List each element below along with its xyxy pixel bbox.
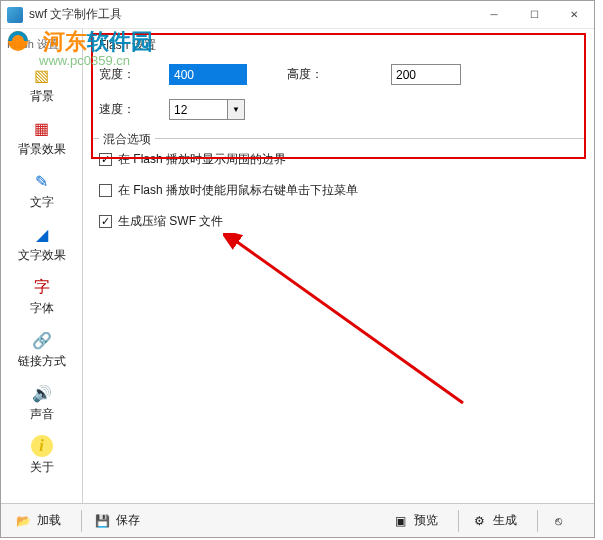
exit-button[interactable]: ⎋	[542, 509, 580, 533]
preview-icon: ▣	[392, 513, 408, 529]
content-panel: Flash 设置 宽度： 高度： 速度： ▼ 混合选项 在 Flash 播放时显…	[83, 29, 594, 503]
flash-settings-title: Flash 设置	[99, 37, 584, 54]
generate-icon: ⚙	[471, 513, 487, 529]
text-effect-icon: ◢	[31, 223, 53, 245]
font-icon: 字	[31, 276, 53, 298]
speed-input[interactable]	[169, 99, 227, 120]
option-compress-swf[interactable]: 生成压缩 SWF 文件	[99, 213, 584, 230]
checkbox-enable-right-click[interactable]	[99, 184, 112, 197]
sound-icon: 🔊	[31, 382, 53, 404]
minimize-button[interactable]: ─	[474, 1, 514, 29]
save-icon: 💾	[94, 513, 110, 529]
sidebar-header: Flash 设置	[1, 35, 82, 58]
option-show-border[interactable]: 在 Flash 播放时显示周围的边界	[99, 151, 584, 168]
maximize-button[interactable]: ☐	[514, 1, 554, 29]
save-button[interactable]: 💾 保存	[86, 508, 148, 533]
background-effect-icon: ▦	[31, 117, 53, 139]
sidebar-item-background[interactable]: ▧ 背景	[1, 58, 82, 111]
height-label: 高度：	[287, 66, 347, 83]
checkbox-show-border[interactable]	[99, 153, 112, 166]
link-icon: 🔗	[31, 329, 53, 351]
svg-line-1	[233, 239, 463, 403]
background-icon: ▧	[31, 64, 53, 86]
window-title: swf 文字制作工具	[29, 6, 474, 23]
width-input[interactable]	[169, 64, 247, 85]
generate-button[interactable]: ⚙ 生成	[463, 508, 525, 533]
titlebar: swf 文字制作工具 ─ ☐ ✕	[1, 1, 594, 29]
app-icon	[7, 7, 23, 23]
blend-options-group: 混合选项 在 Flash 播放时显示周围的边界 在 Flash 播放时使能用鼠标…	[93, 138, 584, 230]
sidebar-item-font[interactable]: 字 字体	[1, 270, 82, 323]
preview-button[interactable]: ▣ 预览	[384, 508, 446, 533]
text-icon: ✎	[31, 170, 53, 192]
exit-icon: ⎋	[550, 513, 566, 529]
width-label: 宽度：	[99, 66, 169, 83]
sidebar-item-sound[interactable]: 🔊 声音	[1, 376, 82, 429]
speed-label: 速度：	[99, 101, 169, 118]
bottom-toolbar: 📂 加载 💾 保存 ▣ 预览 ⚙ 生成 ⎋	[1, 503, 594, 537]
sidebar-item-background-effect[interactable]: ▦ 背景效果	[1, 111, 82, 164]
chevron-down-icon[interactable]: ▼	[227, 99, 245, 120]
open-folder-icon: 📂	[15, 513, 31, 529]
load-button[interactable]: 📂 加载	[7, 508, 69, 533]
speed-combo[interactable]: ▼	[169, 99, 245, 120]
sidebar-item-text-effect[interactable]: ◢ 文字效果	[1, 217, 82, 270]
sidebar-item-link[interactable]: 🔗 链接方式	[1, 323, 82, 376]
close-button[interactable]: ✕	[554, 1, 594, 29]
blend-options-title: 混合选项	[99, 131, 155, 148]
annotation-arrow	[223, 233, 483, 413]
height-input[interactable]	[391, 64, 461, 85]
checkbox-compress-swf[interactable]	[99, 215, 112, 228]
sidebar-item-text[interactable]: ✎ 文字	[1, 164, 82, 217]
about-icon: i	[31, 435, 53, 457]
option-enable-right-click[interactable]: 在 Flash 播放时使能用鼠标右键单击下拉菜单	[99, 182, 584, 199]
sidebar-item-about[interactable]: i 关于	[1, 429, 82, 482]
sidebar: Flash 设置 ▧ 背景 ▦ 背景效果 ✎ 文字 ◢ 文字效果 字 字体	[1, 29, 83, 503]
